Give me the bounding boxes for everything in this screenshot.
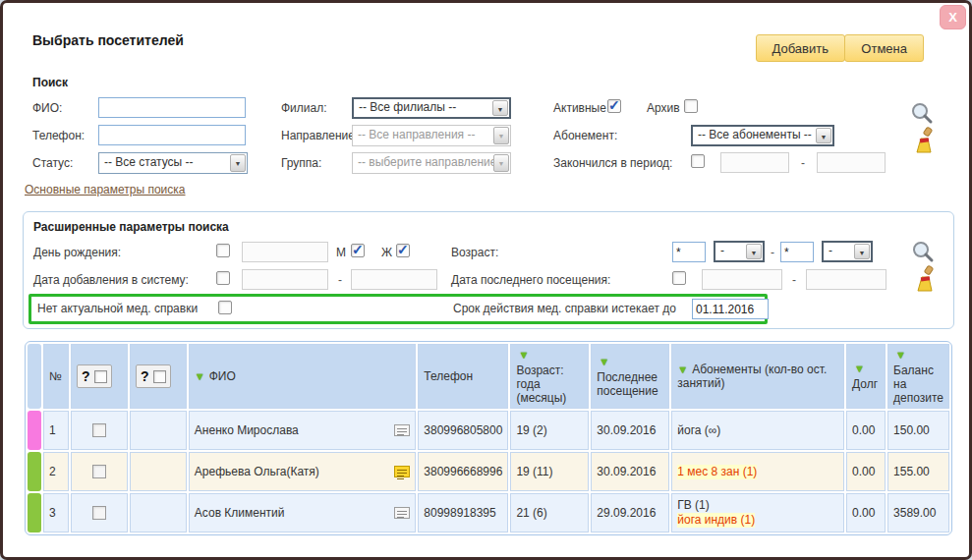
female-label: Ж — [381, 246, 392, 259]
table-row[interactable]: 2 Арефьева Ольга(Катя) 380996668996 19 (… — [28, 452, 949, 491]
sort-desc-icon[interactable] — [599, 355, 663, 368]
age-to-input[interactable] — [780, 242, 814, 262]
age-from-unit-select[interactable]: - ▼ — [714, 241, 765, 262]
search-icon[interactable] — [909, 101, 935, 127]
visitor-balance: 150.00 — [887, 411, 949, 450]
visitor-name: Асов Климентий — [195, 506, 285, 520]
last-visit-to-input — [806, 269, 886, 290]
active-checkbox[interactable] — [607, 99, 621, 113]
search-section-title: Поиск — [32, 76, 68, 89]
empty-cell — [130, 452, 187, 491]
visitor-name: Аненко Мирослава — [195, 423, 299, 437]
age-to-unit-select[interactable]: - ▼ — [822, 241, 873, 262]
added-date-checkbox[interactable] — [216, 271, 230, 285]
visitors-table: № ? ? ФИО Телефон Возраст: года (месяцы)… — [25, 341, 952, 535]
abonement-label: Абонемент: — [553, 129, 617, 142]
sort-desc-icon[interactable] — [895, 348, 943, 362]
row-status-indicator — [28, 411, 41, 450]
table-row[interactable]: 1 Аненко Мирослава 380996805800 19 (2) 3… — [28, 411, 949, 450]
age-header[interactable]: Возраст: года (месяцы) — [510, 344, 589, 409]
active-label: Активные — [553, 101, 606, 115]
row-checkbox[interactable] — [92, 423, 106, 437]
age-from-unit-value: - — [720, 244, 724, 257]
sort-desc-icon[interactable] — [854, 362, 880, 375]
branch-label: Филиал: — [281, 101, 327, 115]
advanced-search-tools — [910, 240, 945, 293]
chevron-down-icon: ▼ — [230, 154, 246, 172]
cancel-button[interactable]: Отмена — [844, 34, 924, 62]
abonement: йога (∞) — [677, 423, 720, 438]
ended-period-checkbox[interactable] — [691, 154, 705, 168]
group-select: -- выберите направление -- ▼ — [352, 152, 511, 174]
chevron-down-icon: ▼ — [493, 127, 509, 144]
visitor-last-visit: 30.09.2016 — [591, 411, 669, 450]
sort-desc-icon[interactable] — [677, 363, 688, 376]
ended-to-input — [817, 152, 886, 173]
status-select-value: -- Все статусы -- — [104, 155, 194, 169]
male-label: М — [336, 246, 346, 259]
visitor-age: 21 (6) — [510, 493, 589, 532]
group-select-value: -- выберите направление -- — [358, 155, 508, 169]
table-row[interactable]: 3 Асов Климентий 80998918395 21 (6) 29.0… — [28, 493, 949, 532]
note-icon[interactable] — [394, 466, 410, 477]
row-number: 3 — [43, 493, 69, 532]
row-checkbox[interactable] — [92, 465, 106, 478]
no-med-checkbox[interactable] — [218, 301, 232, 314]
direction-select: -- Все направления -- ▼ — [352, 125, 511, 146]
chevron-down-icon: ▼ — [746, 244, 762, 259]
debt-header[interactable]: Долг — [846, 344, 886, 409]
ended-from-input — [720, 152, 789, 173]
archive-label: Архив — [647, 101, 680, 115]
abonements-header[interactable]: Абонементы (кол-во ост. занятий) — [671, 344, 844, 409]
visitor-abonements: йога (∞) — [671, 411, 844, 450]
basic-params-link[interactable]: Основные параметры поиска — [25, 183, 186, 196]
visitor-abonements: ГВ (1) йога индив (1) — [671, 493, 844, 532]
q2-header: ? — [130, 344, 187, 409]
sort-desc-icon[interactable] — [518, 348, 583, 362]
broom-clear-icon[interactable] — [911, 127, 937, 154]
note-icon[interactable] — [394, 507, 410, 519]
female-checkbox[interactable] — [396, 244, 410, 257]
fio-input[interactable] — [98, 97, 246, 118]
male-checkbox[interactable] — [351, 244, 365, 257]
archive-checkbox[interactable] — [684, 99, 698, 113]
visitor-debt: 0.00 — [846, 452, 886, 491]
num-header: № — [43, 344, 69, 409]
abonement: ГВ (1) — [677, 498, 710, 513]
phone-input[interactable] — [98, 125, 246, 145]
advanced-panel: Расширенные параметры поиска День рожден… — [23, 211, 954, 329]
birthday-label: День рождения: — [33, 246, 121, 259]
last-visit-checkbox[interactable] — [672, 271, 686, 285]
branch-select[interactable]: -- Все филиалы -- ▼ — [352, 97, 511, 119]
birthday-checkbox[interactable] — [216, 244, 230, 257]
last-visit-header[interactable]: Последнее посещение — [591, 344, 669, 409]
status-label: Статус: — [32, 156, 73, 170]
last-visit-from-input — [702, 269, 782, 290]
row-number: 2 — [43, 452, 69, 491]
close-icon[interactable]: X — [940, 5, 966, 29]
status-select[interactable]: -- Все статусы -- ▼ — [98, 152, 248, 174]
med-expire-input[interactable] — [692, 299, 769, 319]
group-label: Группа: — [281, 156, 321, 170]
chevron-down-icon: ▼ — [854, 244, 870, 259]
fio-header[interactable]: ФИО — [189, 344, 416, 409]
search-tools — [909, 101, 944, 154]
added-from-input — [242, 269, 328, 290]
sort-desc-icon[interactable] — [195, 369, 205, 383]
abonement-select[interactable]: -- Все абонементы -- ▼ — [691, 125, 834, 146]
chevron-down-icon: ▼ — [493, 154, 509, 172]
search-icon[interactable] — [910, 240, 936, 265]
med-expire-label: Срок действия мед. справки истекает до — [453, 302, 676, 315]
page-title: Выбрать посетителей — [32, 32, 184, 48]
visitor-last-visit: 29.09.2016 — [591, 493, 669, 532]
q2-select-all-checkbox[interactable] — [153, 370, 166, 383]
broom-clear-icon[interactable] — [912, 265, 938, 293]
age-from-input[interactable] — [672, 242, 706, 262]
advanced-section-title: Расширенные параметры поиска — [33, 220, 229, 234]
balance-header[interactable]: Баланс на депозите — [887, 344, 949, 409]
note-icon[interactable] — [394, 424, 410, 436]
added-to-input — [351, 269, 437, 290]
row-checkbox[interactable] — [92, 506, 106, 520]
add-button[interactable]: Добавить — [756, 34, 845, 62]
q1-select-all-checkbox[interactable] — [94, 370, 107, 383]
